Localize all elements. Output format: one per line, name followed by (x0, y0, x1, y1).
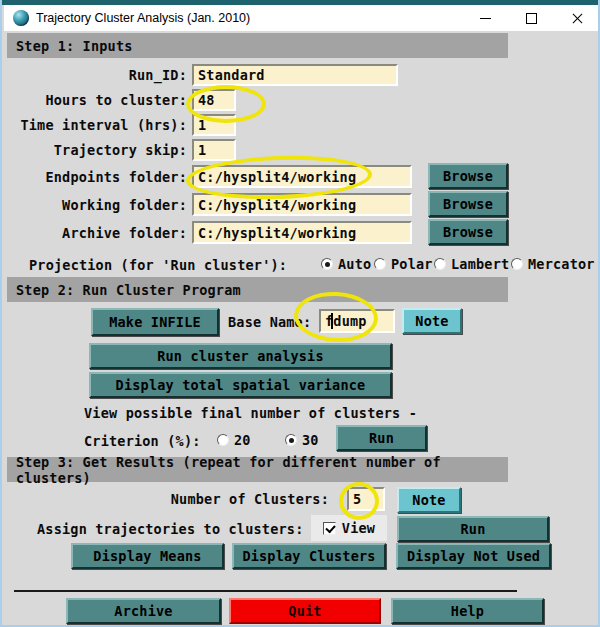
step2-header: Step 2: Run Cluster Program (7, 277, 508, 302)
endpoints-folder-field[interactable]: C:/hysplit4/working (192, 165, 412, 188)
radio-selected-icon (321, 258, 333, 270)
minimize-button[interactable] (462, 5, 508, 31)
radio-icon (374, 258, 386, 270)
text-cursor (331, 313, 333, 329)
projection-label: Projection (for 'Run cluster'): (29, 257, 287, 273)
assign-run-button[interactable]: Run (397, 516, 549, 542)
time-interval-label: Time interval (hrs): (4, 117, 187, 133)
trajectory-skip-label: Trajectory skip: (4, 142, 187, 158)
radio-icon (434, 258, 446, 270)
step1-header: Step 1: Inputs (7, 33, 508, 58)
view-checkbox-label: View (342, 520, 375, 536)
criterion-run-button[interactable]: Run (336, 425, 427, 451)
trajectory-skip-field[interactable]: 1 (192, 139, 236, 161)
hours-to-cluster-field[interactable]: 48 (192, 89, 236, 111)
radio-icon (511, 258, 523, 270)
endpoints-folder-label: Endpoints folder: (4, 169, 187, 185)
projection-radio-lambert[interactable]: Lambert (434, 256, 509, 272)
endpoints-browse-button[interactable]: Browse (428, 163, 508, 189)
display-variance-button[interactable]: Display total spatial variance (89, 372, 392, 398)
close-icon (572, 13, 583, 24)
criterion-option-label: 20 (234, 432, 251, 448)
projection-option-label: Polar (391, 256, 433, 272)
run-id-label: Run_ID: (4, 67, 187, 83)
quit-button[interactable]: Quit (229, 598, 381, 624)
display-clusters-button[interactable]: Display Clusters (232, 543, 386, 569)
view-checkbox-frame: View (311, 515, 387, 541)
window-title: Trajectory Cluster Analysis (Jan. 2010) (36, 11, 250, 25)
checkmark-icon (325, 522, 335, 533)
archive-folder-field[interactable]: C:/hysplit4/working (192, 221, 412, 244)
radio-selected-icon (285, 434, 297, 446)
dialog-window: Trajectory Cluster Analysis (Jan. 2010) … (0, 0, 600, 627)
archive-button[interactable]: Archive (66, 598, 221, 624)
run-cluster-analysis-button[interactable]: Run cluster analysis (89, 343, 392, 369)
criterion-radio-20[interactable]: 20 (217, 432, 251, 448)
projection-option-label: Auto (338, 256, 371, 272)
hours-to-cluster-label: Hours to cluster: (4, 92, 187, 108)
archive-browse-button[interactable]: Browse (428, 219, 508, 245)
number-of-clusters-field[interactable]: 5 (347, 487, 385, 511)
help-button[interactable]: Help (391, 598, 544, 624)
maximize-icon (526, 13, 537, 24)
app-globe-icon (13, 10, 29, 26)
projection-radio-mercator[interactable]: Mercator (511, 256, 595, 272)
archive-folder-label: Archive folder: (4, 225, 187, 241)
time-interval-field[interactable]: 1 (192, 114, 236, 136)
step2-note-button[interactable]: Note (402, 308, 462, 334)
display-means-button[interactable]: Display Means (71, 543, 224, 569)
working-folder-label: Working folder: (4, 197, 187, 213)
step3-header: Step 3: Get Results (repeat for differen… (7, 457, 508, 482)
projection-option-label: Mercator (528, 256, 595, 272)
working-browse-button[interactable]: Browse (428, 191, 508, 217)
make-infile-button[interactable]: Make INFILE (91, 308, 219, 336)
view-clusters-text: View possible final number of clusters - (84, 405, 417, 421)
run-id-field[interactable]: Standard (192, 64, 398, 86)
dialog-content: Step 1: Inputs Run_ID: Standard Hours to… (4, 31, 600, 625)
step3-note-button[interactable]: Note (397, 487, 461, 513)
assign-trajectories-label: Assign trajectories to clusters: (37, 521, 304, 537)
criterion-label: Criterion (%): (84, 433, 201, 449)
footer-divider (14, 590, 517, 592)
titlebar[interactable]: Trajectory Cluster Analysis (Jan. 2010) (4, 5, 600, 31)
maximize-button[interactable] (508, 5, 554, 31)
view-checkbox[interactable] (323, 522, 336, 535)
criterion-radio-30[interactable]: 30 (285, 432, 319, 448)
working-folder-field[interactable]: C:/hysplit4/working (192, 193, 412, 216)
window-controls (462, 5, 600, 31)
projection-option-label: Lambert (451, 256, 509, 272)
projection-radio-polar[interactable]: Polar (374, 256, 433, 272)
criterion-option-label: 30 (302, 432, 319, 448)
projection-radio-auto[interactable]: Auto (321, 256, 371, 272)
radio-icon (217, 434, 229, 446)
close-button[interactable] (554, 5, 600, 31)
base-name-label: Base Name: (228, 314, 311, 330)
number-of-clusters-label: Number of Clusters: (4, 491, 329, 507)
display-not-used-button[interactable]: Display Not Used (396, 543, 551, 569)
minimize-icon (480, 18, 491, 19)
